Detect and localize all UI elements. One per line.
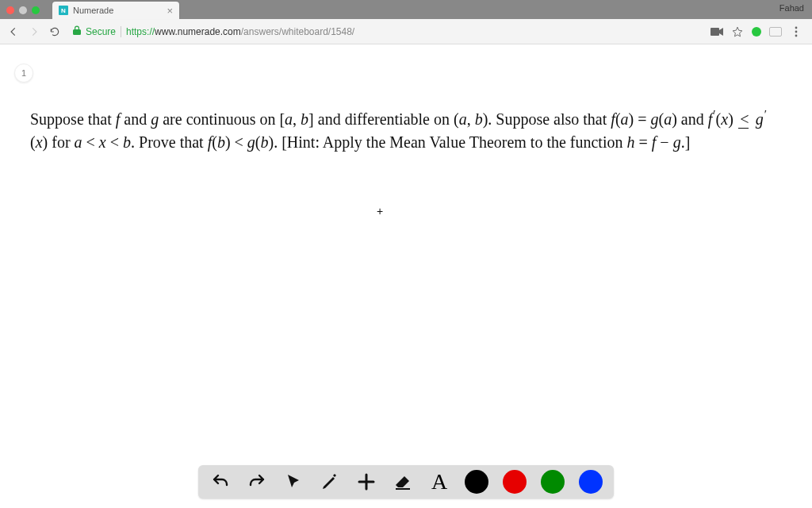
extension-icon[interactable] [752, 27, 761, 37]
color-blue-button[interactable] [579, 470, 603, 494]
sym-b: b [217, 133, 225, 151]
traffic-lights [0, 6, 46, 19]
svg-rect-0 [710, 28, 719, 36]
t: = [635, 133, 652, 151]
url-field[interactable]: Secure https://www.numerade.com/answers/… [67, 23, 707, 40]
lock-icon [73, 25, 81, 37]
text-tool-button[interactable]: A [428, 471, 450, 493]
t: , [467, 110, 475, 128]
prime: ′ [764, 108, 767, 121]
url-host: www.numerade.com [155, 26, 241, 37]
sym-g: g [651, 110, 659, 128]
url-protocol: https:// [126, 26, 155, 37]
browser-window: N Numerade × Fahad Secure https://www.nu… [0, 0, 812, 508]
addressbar: Secure https://www.numerade.com/answers/… [0, 19, 812, 44]
t: < [82, 133, 99, 151]
sym-b: b [475, 110, 483, 128]
profile-name[interactable]: Fahad [779, 3, 804, 13]
sym-x: x [721, 110, 728, 128]
sym-x: x [36, 133, 43, 151]
secure-label: Secure [86, 26, 121, 37]
svg-point-2 [795, 26, 798, 29]
forward-button[interactable] [25, 23, 43, 40]
sym-g: g [247, 133, 255, 151]
t: − [656, 133, 672, 151]
sym-h: h [627, 133, 635, 151]
t: < [106, 133, 123, 151]
add-tool-button[interactable] [355, 471, 377, 493]
t: . [Hint: Apply the Mean Value Theorem to… [274, 133, 626, 151]
color-red-button[interactable] [503, 470, 527, 494]
svg-point-4 [795, 34, 798, 37]
t: < [231, 133, 247, 151]
sym-a: a [459, 110, 467, 128]
t: ( [615, 110, 621, 128]
prime: ′ [713, 108, 715, 121]
tab-close-icon[interactable]: × [167, 6, 173, 16]
t: ). Suppose also that [483, 110, 611, 128]
titlebar: N Numerade × Fahad [0, 0, 812, 19]
url-path: /answers/whiteboard/1548/ [241, 26, 354, 37]
crosshair-cursor-icon: + [377, 205, 383, 217]
sym-a: a [664, 110, 672, 128]
star-icon[interactable] [731, 25, 744, 38]
t: ) = [629, 110, 651, 128]
browser-tab[interactable]: N Numerade × [52, 2, 179, 19]
t: .] [681, 133, 691, 151]
pointer-tool-button[interactable] [282, 471, 304, 493]
leq-symbol: < [737, 108, 752, 131]
t: . Prove that [131, 133, 208, 151]
sym-b: b [123, 133, 131, 151]
redo-button[interactable] [246, 471, 268, 493]
tab-favicon: N [59, 6, 68, 15]
t: ) and [672, 110, 708, 128]
sym-f: f [208, 133, 213, 151]
undo-button[interactable] [209, 471, 232, 493]
t: Suppose that [30, 110, 116, 128]
slide-number-badge[interactable]: 1 [14, 64, 33, 83]
t: ] and differentiable on ( [308, 110, 459, 128]
whiteboard-content[interactable]: 1 Suppose that f and g are continuous on… [0, 44, 812, 508]
color-green-button[interactable] [541, 470, 565, 494]
sym-b: b [301, 110, 308, 128]
url-text: https://www.numerade.com/answers/whitebo… [126, 26, 354, 37]
more-icon[interactable] [790, 25, 802, 38]
minimize-window-button[interactable] [19, 6, 27, 14]
sym-x: x [99, 133, 106, 151]
cast-icon[interactable] [769, 25, 782, 38]
eraser-tool-button[interactable] [392, 471, 414, 493]
sym-a: a [75, 133, 82, 151]
sym-f: f [708, 110, 713, 128]
problem-text: Suppose that f and g are continuous on [… [30, 106, 782, 154]
camera-icon[interactable] [710, 25, 723, 38]
sym-a: a [285, 110, 293, 128]
color-black-button[interactable] [465, 470, 488, 494]
sym-a: a [621, 110, 629, 128]
reload-button[interactable] [46, 23, 63, 40]
svg-point-3 [795, 30, 798, 33]
pencil-tool-button[interactable] [319, 471, 341, 493]
svg-rect-1 [770, 27, 782, 36]
close-window-button[interactable] [6, 6, 14, 14]
addressbar-right [710, 25, 807, 38]
tabs-strip: N Numerade × [52, 0, 179, 19]
t: for [48, 133, 74, 151]
t: are continuous on [ [159, 110, 285, 128]
sym-g: g [151, 110, 159, 128]
sym-b: b [261, 133, 269, 151]
whiteboard-toolbar: A [198, 465, 614, 498]
t: and [120, 110, 151, 128]
sym-g: g [756, 110, 764, 128]
sym-g: g [673, 133, 681, 151]
back-button[interactable] [5, 23, 22, 40]
tab-title: Numerade [73, 6, 162, 15]
t: , [293, 110, 301, 128]
maximize-window-button[interactable] [32, 6, 40, 14]
